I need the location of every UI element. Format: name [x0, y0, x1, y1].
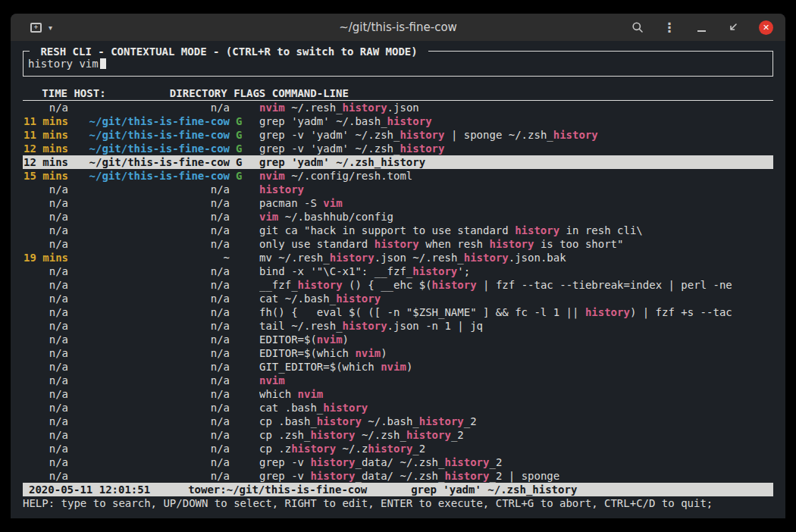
row-time: n/a — [23, 455, 68, 469]
row-directory: ~/git/this-is-fine-cow — [74, 128, 230, 142]
row-command: cp .zhistory ~/.zhistory_2 — [259, 442, 773, 455]
table-row[interactable]: n/an/agit ca "hack in support to use sta… — [23, 224, 773, 237]
table-row[interactable]: n/an/aonly use standard history when res… — [23, 237, 773, 251]
row-time: n/a — [23, 387, 68, 401]
history-rows: n/an/anvim ~/.resh_history.json11 mins~/… — [23, 101, 773, 483]
titlebar[interactable]: + ▾ ~/git/this-is-fine-cow ⋮ — [11, 14, 785, 41]
text-cursor — [100, 58, 106, 69]
row-flags — [236, 401, 248, 415]
table-row[interactable]: 12 mins~/git/this-is-fine-cowGgrep -v 'y… — [23, 142, 773, 155]
table-row[interactable]: n/an/aEDITOR=$(which nvim) — [23, 346, 773, 360]
row-command: grep 'yadm' ~/.bash_history — [259, 114, 773, 128]
new-tab-button[interactable]: + — [30, 23, 42, 33]
row-command: EDITOR=$(which nvim) — [259, 346, 773, 360]
row-command: git ca "hack in support to use standard … — [259, 224, 773, 237]
restore-button[interactable] — [727, 21, 739, 33]
row-time: n/a — [23, 415, 68, 428]
row-command: cp .zsh_history ~/.zsh_history_2 — [259, 428, 773, 442]
table-row[interactable]: n/an/acp .zsh_history ~/.zsh_history_2 — [23, 428, 773, 442]
minimize-icon — [697, 30, 706, 32]
row-time: n/a — [23, 428, 68, 442]
row-time: n/a — [23, 333, 68, 346]
help-line: HELP: type to search, UP/DOWN to select,… — [23, 496, 773, 510]
row-command: grep -v 'yadm' ~/.zsh_history — [259, 142, 773, 155]
row-directory: n/a — [74, 224, 230, 237]
table-row[interactable]: n/an/acp .zhistory ~/.zhistory_2 — [23, 442, 773, 455]
table-row[interactable]: n/an/apacman -S vim — [23, 196, 773, 210]
row-flags — [236, 319, 248, 333]
menu-icon[interactable]: ⋮ — [663, 21, 675, 33]
row-directory: n/a — [74, 183, 230, 196]
table-row[interactable]: n/an/anvim ~/.resh_history.json — [23, 101, 773, 114]
table-row[interactable]: n/an/anvim — [23, 374, 773, 387]
row-time: 11 mins — [23, 114, 68, 128]
row-flags — [236, 196, 248, 210]
table-row[interactable]: n/an/agrep -v history_data/ ~/.zsh_histo… — [23, 455, 773, 469]
close-icon: ✕ — [763, 23, 769, 32]
row-directory: n/a — [74, 210, 230, 224]
row-time: 11 mins — [23, 128, 68, 142]
close-button[interactable]: ✕ — [759, 20, 773, 35]
row-time: n/a — [23, 101, 68, 114]
row-flags — [236, 387, 248, 401]
table-row[interactable]: n/an/agrep -v history_data/ ~/.zsh_histo… — [23, 469, 773, 483]
table-row[interactable]: n/an/atail ~/.resh_history.json -n 1 | j… — [23, 319, 773, 333]
row-time: n/a — [23, 442, 68, 455]
table-row[interactable]: 11 mins~/git/this-is-fine-cowGgrep 'yadm… — [23, 114, 773, 128]
table-row[interactable]: n/an/afh() { eval $( ([ -n "$ZSH_NAME" ]… — [23, 305, 773, 319]
table-row[interactable]: 15 mins~/git/this-is-fine-cowGnvim ~/.co… — [23, 169, 773, 183]
row-command: only use standard history when resh hist… — [259, 237, 773, 251]
row-directory: n/a — [74, 455, 230, 469]
table-row[interactable]: n/an/a__fzf_history () { __ehc $(history… — [23, 278, 773, 292]
window-title: ~/git/this-is-fine-cow — [339, 20, 457, 34]
row-flags: G — [236, 142, 248, 155]
row-directory: ~/git/this-is-fine-cow — [74, 155, 230, 169]
table-row[interactable]: 11 mins~/git/this-is-fine-cowGgrep -v 'y… — [23, 128, 773, 142]
row-flags — [236, 455, 248, 469]
row-flags — [236, 183, 248, 196]
table-row[interactable]: n/an/abind -x '"\C-x1": __fzf_history'; — [23, 264, 773, 278]
row-flags — [236, 469, 248, 483]
row-flags — [236, 224, 248, 237]
table-row[interactable]: n/an/acp .bash_history ~/.bash_history_2 — [23, 415, 773, 428]
minimize-button[interactable] — [695, 21, 707, 33]
row-command: grep -v history_data/ ~/.zsh_history_2 — [259, 455, 773, 469]
row-directory: ~/git/this-is-fine-cow — [74, 169, 230, 183]
search-query: history vim — [28, 58, 99, 70]
tab-dropdown-icon[interactable]: ▾ — [49, 23, 52, 32]
row-flags — [236, 264, 248, 278]
row-time: n/a — [23, 264, 68, 278]
row-flags: G — [236, 128, 248, 142]
table-row[interactable]: n/an/acat .bash_history — [23, 401, 773, 415]
table-row[interactable]: n/an/acat ~/.bash_history — [23, 292, 773, 305]
row-directory: n/a — [74, 264, 230, 278]
table-row[interactable]: n/an/awhich nvim — [23, 387, 773, 401]
row-command: nvim ~/.resh_history.json — [259, 101, 773, 114]
row-directory: n/a — [74, 360, 230, 374]
table-row[interactable]: n/an/aGIT_EDITOR=$(which nvim) — [23, 360, 773, 374]
row-command: grep -v 'yadm' ~/.zsh_history | sponge ~… — [259, 128, 773, 142]
row-time: n/a — [23, 305, 68, 319]
row-flags — [236, 333, 248, 346]
table-row[interactable]: 19 mins~mv ~/.resh_history.json ~/.resh_… — [23, 251, 773, 264]
row-time: n/a — [23, 401, 68, 415]
row-command: vim ~/.bashhub/config — [259, 210, 773, 224]
row-time: n/a — [23, 210, 68, 224]
row-directory: ~ — [74, 251, 230, 264]
row-command: grep -v history_data/ ~/.zsh_history_2 |… — [259, 469, 773, 483]
row-command: cat ~/.bash_history — [259, 292, 773, 305]
table-row[interactable]: 12 mins~/git/this-is-fine-cowGgrep 'yadm… — [23, 155, 773, 169]
row-time: 12 mins — [23, 142, 68, 155]
row-time: n/a — [23, 224, 68, 237]
table-row[interactable]: n/an/aEDITOR=$(nvim) — [23, 333, 773, 346]
row-time: n/a — [23, 319, 68, 333]
row-directory: n/a — [74, 387, 230, 401]
table-row[interactable]: n/an/avim ~/.bashhub/config — [23, 210, 773, 224]
table-row[interactable]: n/an/ahistory — [23, 183, 773, 196]
row-time: n/a — [23, 183, 68, 196]
terminal-window: + ▾ ~/git/this-is-fine-cow ⋮ — [11, 14, 785, 518]
search-box-label: RESH CLI - CONTEXTUAL MODE - (CTRL+R to … — [30, 45, 428, 58]
row-directory: ~/git/this-is-fine-cow — [74, 114, 230, 128]
search-icon[interactable] — [631, 21, 644, 33]
row-flags — [236, 292, 248, 305]
